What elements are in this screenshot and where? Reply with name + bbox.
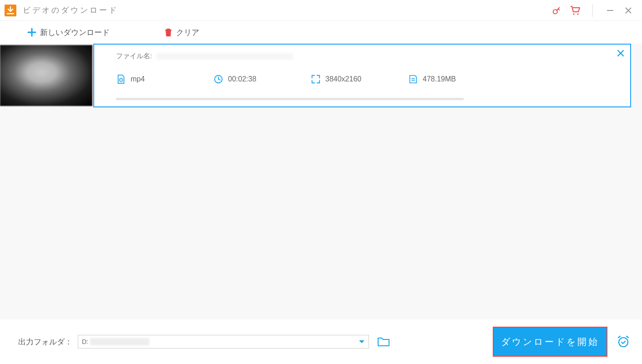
format-value: mp4 [131,75,145,83]
clock-icon [213,74,223,84]
folder-icon [377,336,390,347]
resolution-value: 3840x2160 [325,75,361,83]
minimize-button[interactable] [601,1,619,20]
start-download-button[interactable]: ダウンロードを開始 [493,327,607,357]
duration-value: 00:02:38 [228,75,256,83]
plus-icon [27,28,36,37]
download-list: ファイル名: mp4 00:02:38 [0,44,642,319]
duration-meta: 00:02:38 [213,74,304,84]
video-thumbnail [0,45,93,106]
trash-icon [164,28,172,37]
svg-point-1 [573,13,574,15]
new-download-label: 新しいダウンロード [40,27,110,38]
output-folder-label: 出力フォルダ： [18,337,72,347]
app-icon [5,5,16,16]
app-title: ビデオのダウンロード [23,5,118,15]
start-download-label: ダウンロードを開始 [501,336,599,348]
schedule-button[interactable] [617,335,630,349]
key-icon[interactable] [548,1,566,20]
progress-bar [116,98,464,100]
new-download-button[interactable]: 新しいダウンロード [27,27,110,38]
titlebar-separator [592,4,593,17]
svg-point-5 [619,338,628,347]
output-path-rest [90,338,149,345]
resolution-meta: 3840x2160 [311,74,402,84]
filename-label: ファイル名: [116,52,152,61]
clear-button[interactable]: クリア [164,27,199,38]
browse-folder-button[interactable] [377,336,390,347]
toolbar: 新しいダウンロード クリア [0,21,642,44]
output-path-value: D: [82,338,88,345]
file-icon [408,74,418,84]
clear-label: クリア [176,27,199,38]
format-meta: mp4 [116,74,207,84]
filename-value [157,53,293,60]
footer: 出力フォルダ： D: ダウンロードを開始 [0,319,642,364]
meta-row: mp4 00:02:38 3840x2160 [116,74,612,84]
play-file-icon [116,74,126,84]
expand-icon [311,74,321,84]
filename-row: ファイル名: [116,52,612,61]
titlebar: ビデオのダウンロード [0,0,642,21]
filesize-meta: 478.19MB [408,74,456,84]
svg-point-2 [577,13,578,15]
alarm-clock-icon [617,335,630,349]
remove-item-button[interactable] [617,49,625,57]
output-path-dropdown[interactable]: D: [78,335,369,349]
download-item[interactable]: ファイル名: mp4 00:02:38 [0,44,631,107]
close-button[interactable] [619,1,637,20]
cart-icon[interactable] [566,1,584,20]
filesize-value: 478.19MB [423,75,456,83]
download-item-body: ファイル名: mp4 00:02:38 [93,44,631,107]
chevron-down-icon [359,339,365,344]
